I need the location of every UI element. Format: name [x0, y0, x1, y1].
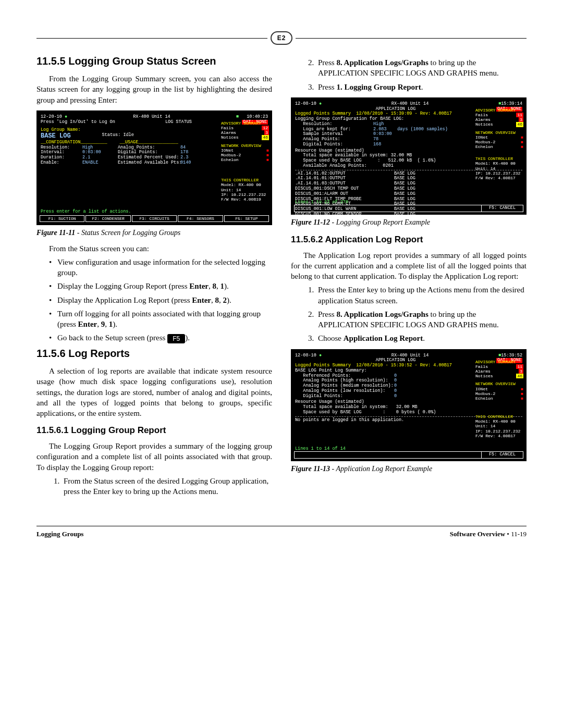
f5-cancel-button: F5: CANCEL	[481, 205, 523, 212]
right-column: Press 8. Application Logs/Graphs to brin…	[291, 54, 527, 500]
list-item: Display the Application Log Report (pres…	[57, 295, 272, 305]
figure-11-13-caption: Figure 11-13 - Application Log Report Ex…	[291, 464, 527, 474]
f5-key-icon: F5	[167, 334, 185, 343]
network-overview-label: NETWORK OVERVIEW	[221, 143, 269, 148]
term-screen: LOG STATUS	[165, 120, 192, 125]
ordered-list: Press the Enter key to bring up the Acti…	[291, 285, 527, 343]
term-status: Status: Idle	[102, 133, 134, 140]
list-item: View configuration and usage information…	[57, 257, 272, 278]
page-header-rule: E2	[36, 31, 527, 45]
list-item: Go back to the Setup screen (press F5).	[57, 332, 272, 343]
ordered-list: Press 8. Application Logs/Graphs to brin…	[291, 57, 527, 92]
list-item: Turn off logging for all points associat…	[57, 309, 272, 330]
left-column: 11.5.5 Logging Group Status Screen From …	[36, 54, 272, 500]
list-item: Choose Application Log Report.	[316, 333, 527, 343]
term-title: RX-400 Unit 14	[133, 115, 170, 120]
log-group-name: BASE LOG	[41, 133, 71, 140]
ordered-list: From the Status screen of the desired Lo…	[36, 476, 272, 497]
term-action-hint: Press enter for a list of actions.	[41, 209, 131, 215]
list-item: Press the Enter key to bring up the Acti…	[316, 285, 527, 306]
fkey-button: F4: SENSORS	[178, 215, 223, 222]
list-item: Press 8. Application Logs/Graphs to brin…	[316, 309, 527, 330]
paragraph: The Application Log report provides a su…	[291, 250, 527, 282]
figure-11-13-terminal: 12-08-10 ● RX-400 Unit 14 ■ 15:39:52 APP…	[291, 349, 527, 461]
paragraph: From the Logging Group Summary screen, y…	[36, 73, 272, 105]
figure-11-12-terminal: 12-08-10 ● RX-400 Unit 14 ■ 15:39:14 APP…	[291, 97, 527, 215]
heading-11-5-6: 11.5.6 Log Reports	[36, 347, 272, 361]
paragraph: The Logging Group Report provides a summ…	[36, 441, 272, 473]
brand-logo: E2	[271, 31, 292, 45]
heading-11-5-6-2: 11.5.6.2 Application Log Report	[291, 234, 527, 246]
list-item: From the Status screen of the desired Lo…	[62, 476, 272, 497]
fkey-button: F5: SETUP	[224, 215, 269, 222]
f5-cancel-button: F5: CANCEL	[481, 452, 523, 458]
footer-left: Logging Groups	[36, 529, 83, 539]
this-controller-label: THIS CONTROLLER	[221, 178, 269, 182]
paragraph: A selection of log reports are available…	[36, 366, 272, 418]
page-footer: Logging Groups Software Overview • 11-19	[36, 526, 527, 539]
list-item: Display the Logging Group Report (press …	[57, 281, 272, 291]
fkey-button: F1: SUCTION	[40, 215, 84, 222]
heading-11-5-6-1: 11.5.6.1 Logging Group Report	[36, 425, 272, 437]
term-hint: Press 'Log In/Out' to Log On	[41, 120, 115, 125]
bullet-list: View configuration and usage information…	[36, 257, 272, 343]
figure-11-11-caption: Figure 11-11 - Status Screen for Logging…	[36, 228, 272, 238]
fkey-button: F2: CONDENSER	[85, 215, 130, 222]
paragraph: From the Status screen you can:	[36, 243, 272, 254]
advisory-summary-label: ADVISORY SUMMARY	[221, 121, 269, 126]
fkey-button: F3: CIRCUITS	[132, 215, 177, 222]
list-item: Press 8. Application Logs/Graphs to brin…	[316, 57, 527, 79]
footer-right: Software Overview • 11-19	[450, 529, 527, 539]
heading-11-5-5: 11.5.5 Logging Group Status Screen	[36, 54, 272, 68]
figure-11-12-caption: Figure 11-12 - Logging Group Report Exam…	[291, 218, 527, 228]
list-item: Press 1. Logging Group Report.	[316, 82, 527, 92]
figure-11-11-terminal: 12-20-10 ● RX-400 Unit 14 ■ 10:40:23 Pre…	[36, 110, 272, 225]
